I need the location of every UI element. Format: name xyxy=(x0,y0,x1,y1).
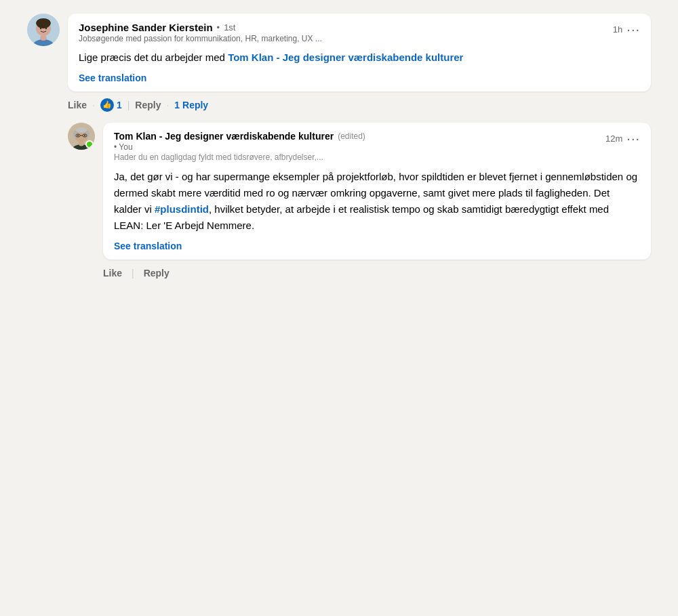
avatar xyxy=(27,14,60,46)
nested-action-bar: Like | Reply xyxy=(103,268,651,279)
top-comment-action-bar: Like · 👍 1 | Reply · 1 Reply xyxy=(68,98,651,112)
comment-header: Josephine Sander Kierstein • 1st Jobsøge… xyxy=(79,22,640,43)
connection-level: 1st xyxy=(224,22,235,33)
hashtag-link[interactable]: #plusdintid xyxy=(155,203,209,215)
svg-point-6 xyxy=(40,28,41,29)
tom-avatar xyxy=(68,123,95,150)
linked-name[interactable]: Tom Klan - Jeg designer værdiskabende ku… xyxy=(228,52,463,63)
tom-comment-bubble: Tom Klan - Jeg designer værdiskabende ku… xyxy=(103,123,651,260)
see-translation-nested[interactable]: See translation xyxy=(114,241,182,251)
view-replies-link[interactable]: 1 Reply xyxy=(174,100,208,110)
nested-separator: | xyxy=(132,268,134,279)
svg-point-7 xyxy=(45,28,47,29)
connection-badge: • xyxy=(217,22,220,33)
separator-1: · xyxy=(92,100,95,110)
tom-tagline: Hader du en dagligdag fyldt med tidsrøve… xyxy=(114,152,365,162)
online-indicator xyxy=(85,140,94,148)
svg-point-14 xyxy=(76,127,87,133)
tom-comment: Tom Klan - Jeg designer værdiskabende ku… xyxy=(68,123,651,260)
comment-meta-right: 1h ··· xyxy=(613,22,640,37)
tom-comment-time: 12m xyxy=(605,134,622,144)
reply-button[interactable]: Reply xyxy=(135,100,161,110)
tom-author-name-row: Tom Klan - Jeg designer værdiskabende ku… xyxy=(114,131,365,142)
author-tagline: Jobsøgende med passion for kommunikation… xyxy=(79,34,322,43)
separator-3: · xyxy=(166,100,169,110)
svg-point-2 xyxy=(40,35,47,41)
top-comment: Josephine Sander Kierstein • 1st Jobsøge… xyxy=(27,14,651,91)
you-label: • You xyxy=(114,142,365,152)
nested-comment-section: Tom Klan - Jeg designer værdiskabende ku… xyxy=(68,123,651,279)
nested-reply-button[interactable]: Reply xyxy=(144,268,170,279)
comment-section: Josephine Sander Kierstein • 1st Jobsøge… xyxy=(27,14,651,279)
comment-time: 1h xyxy=(613,24,622,35)
more-options-icon[interactable]: ··· xyxy=(626,22,640,37)
edited-label: (edited) xyxy=(338,131,365,141)
svg-point-5 xyxy=(37,22,49,28)
tom-comment-body: Ja, det gør vi - og har supermange eksem… xyxy=(114,169,640,234)
like-count: 1 xyxy=(117,100,122,110)
svg-point-19 xyxy=(84,135,85,136)
tom-more-options-icon[interactable]: ··· xyxy=(626,131,640,146)
author-name-row: Josephine Sander Kierstein • 1st xyxy=(79,22,322,33)
separator-2: | xyxy=(127,100,130,110)
like-reaction[interactable]: 👍 1 xyxy=(100,98,122,112)
svg-point-18 xyxy=(77,135,79,136)
tom-comment-header: Tom Klan - Jeg designer værdiskabende ku… xyxy=(114,131,640,162)
author-name[interactable]: Josephine Sander Kierstein xyxy=(79,22,213,33)
comment-body: Lige præcis det du arbejder med Tom Klan… xyxy=(79,50,640,66)
tom-author-info: Tom Klan - Jeg designer værdiskabende ku… xyxy=(114,131,365,162)
nested-like-button[interactable]: Like xyxy=(103,268,122,279)
see-translation-top[interactable]: See translation xyxy=(79,73,146,83)
author-info: Josephine Sander Kierstein • 1st Jobsøge… xyxy=(79,22,322,43)
tom-author-name[interactable]: Tom Klan - Jeg designer værdiskabende ku… xyxy=(114,131,334,142)
tom-comment-meta: 12m ··· xyxy=(605,131,640,146)
comment-text-prefix: Lige præcis det du arbejder med xyxy=(79,52,228,63)
josephine-comment-bubble: Josephine Sander Kierstein • 1st Jobsøge… xyxy=(68,14,651,91)
like-button[interactable]: Like xyxy=(68,100,87,110)
thumb-icon: 👍 xyxy=(100,98,114,112)
